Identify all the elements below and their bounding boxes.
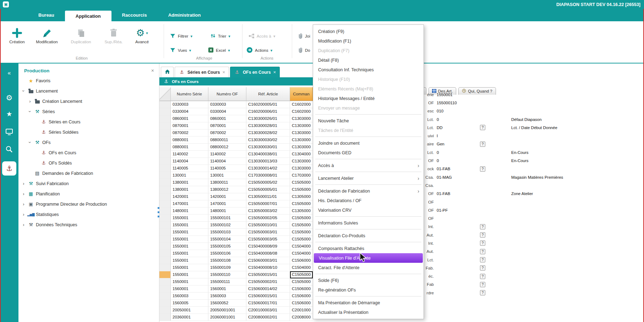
row-selector[interactable] [159, 179, 171, 186]
context-menu-item[interactable] [315, 183, 421, 186]
row-selector[interactable] [159, 172, 171, 179]
row-selector[interactable] [159, 300, 171, 307]
tree-item[interactable]: Favoris [18, 76, 159, 86]
production-module-icon[interactable]: ⚓ [2, 161, 16, 176]
modification-button[interactable]: Modification [31, 26, 62, 44]
search-icon[interactable] [0, 145, 18, 155]
actions-button[interactable]: Actions ▾ [246, 46, 272, 55]
row-selector[interactable] [159, 243, 171, 250]
acces-a-button[interactable]: Accès à ▾ [249, 32, 275, 40]
help-button[interactable]: ? [480, 141, 485, 147]
row-selector[interactable] [159, 137, 171, 144]
documents-button[interactable]: Do [298, 46, 310, 55]
tree-item[interactable]: Lancement [18, 86, 159, 96]
tree-item[interactable]: Séries en Cours [18, 117, 159, 127]
context-menu-item[interactable]: Tâches de l'Entité [313, 126, 424, 135]
help-button[interactable]: ? [480, 274, 485, 279]
help-button[interactable]: ? [480, 224, 485, 229]
context-menu-item[interactable]: Eléments Récents (Maj+F8) [313, 84, 424, 94]
context-menu-item[interactable]: Envoyer un message [313, 103, 424, 113]
context-menu-item[interactable]: Documents GED [313, 148, 424, 157]
vues-button[interactable]: Vues ▾ [170, 46, 191, 55]
context-menu-item[interactable]: Visualisation File d'Attente [314, 253, 423, 263]
row-selector[interactable] [159, 257, 171, 264]
context-menu-item[interactable]: Ma Présentation de Démarrage [313, 298, 424, 307]
help-button[interactable]: ? [480, 257, 485, 262]
context-menu-item[interactable]: Historique (F10) [313, 74, 424, 84]
context-menu-item[interactable]: His. Déclarations / OF [313, 196, 424, 205]
tree-item[interactable]: OFs Soldés [18, 158, 159, 168]
panel-splitter[interactable] [158, 207, 159, 217]
row-selector[interactable] [159, 165, 171, 172]
tab-ofs-en-cours[interactable]: OFs en Cours × [230, 67, 280, 77]
row-selector[interactable] [159, 115, 171, 122]
row-selector[interactable] [159, 278, 171, 285]
avance-button[interactable]: ⚙▾ Avancé [126, 26, 158, 44]
close-panel-icon[interactable]: × [151, 68, 154, 73]
tree-item[interactable]: Planification [18, 189, 159, 199]
context-menu-item[interactable] [315, 228, 421, 231]
creation-button[interactable]: Création [1, 26, 33, 44]
row-selector[interactable] [159, 129, 171, 137]
context-menu-item[interactable] [315, 157, 421, 161]
row-selector[interactable] [159, 271, 171, 278]
context-menu-item[interactable] [315, 240, 421, 244]
context-menu-item[interactable]: Informations Suivies [313, 218, 424, 228]
context-menu-item[interactable] [315, 272, 421, 276]
row-selector[interactable] [159, 151, 171, 158]
column-header-numero-of[interactable]: Numéro OF [208, 87, 246, 101]
context-menu-item[interactable]: Déclaration Co-Produits [313, 231, 424, 240]
column-header-commande[interactable]: Comman [290, 87, 313, 101]
tree-item[interactable]: Statistiques [18, 209, 159, 220]
trier-button[interactable]: Trier ▾ [210, 32, 230, 40]
help-button[interactable]: ? [480, 166, 485, 172]
tree-item[interactable]: Séries [18, 106, 159, 117]
context-menu-item[interactable] [315, 113, 421, 116]
help-button[interactable]: ? [480, 290, 485, 295]
context-menu-item[interactable]: Consultation Inf. Techniques [313, 65, 424, 74]
help-button[interactable]: ? [480, 282, 485, 287]
context-menu-item[interactable]: Lancement Atelier › [313, 173, 424, 183]
tab-series-en-cours[interactable]: Séries en Cours × [175, 67, 229, 77]
tree-item[interactable]: Suivi Fabrication [18, 178, 159, 189]
row-selector[interactable] [159, 108, 171, 115]
help-button[interactable]: ? [480, 232, 485, 238]
row-selector[interactable] [159, 200, 171, 207]
excel-button[interactable]: Excel ▾ [208, 46, 230, 55]
close-tab-icon[interactable]: × [222, 70, 225, 75]
row-selector[interactable] [159, 215, 171, 222]
row-selector[interactable] [159, 222, 171, 229]
chevron-icon[interactable] [21, 191, 26, 196]
context-menu-item[interactable]: Nouvelle Tâche [313, 116, 424, 126]
row-selector[interactable] [159, 122, 171, 129]
row-selector[interactable] [159, 207, 171, 215]
chevron-icon[interactable] [21, 222, 26, 227]
context-menu-item[interactable] [315, 135, 421, 138]
chevron-icon[interactable] [21, 88, 26, 94]
context-menu-item[interactable]: Historique Messages / Entité [313, 94, 424, 103]
menu-tab-bureau[interactable]: Bureau [28, 9, 65, 21]
row-selector[interactable] [159, 193, 171, 200]
context-menu-item[interactable] [315, 295, 421, 298]
help-button[interactable]: ? [480, 249, 485, 254]
row-selector[interactable] [159, 264, 171, 271]
select-all-corner[interactable] [159, 87, 171, 101]
row-selector[interactable] [159, 144, 171, 151]
context-menu-item[interactable] [315, 215, 421, 218]
row-selector[interactable] [159, 236, 171, 243]
context-menu-item[interactable]: Re-génération OFs [313, 285, 424, 295]
tree-item[interactable]: Création Lancement [18, 96, 159, 106]
joindre-button[interactable]: Joi [298, 32, 310, 40]
context-menu-item[interactable]: Solde (F6) [313, 276, 424, 285]
context-menu-item[interactable]: Composants Rattachés [313, 244, 424, 253]
context-menu-item[interactable]: Déclaration de Fabrication › [313, 186, 424, 196]
collapse-panel-icon[interactable]: « [0, 70, 18, 76]
chevron-icon[interactable] [28, 140, 32, 145]
column-header-ref-article[interactable]: Réf. Article [246, 87, 290, 101]
close-tab-icon[interactable]: × [273, 70, 276, 75]
menu-tab-application[interactable]: Application [65, 11, 111, 21]
row-selector[interactable] [159, 186, 171, 193]
chevron-icon[interactable] [28, 109, 32, 114]
column-header-numero-serie[interactable]: Numéro Série [171, 87, 208, 101]
row-selector[interactable] [159, 285, 171, 293]
